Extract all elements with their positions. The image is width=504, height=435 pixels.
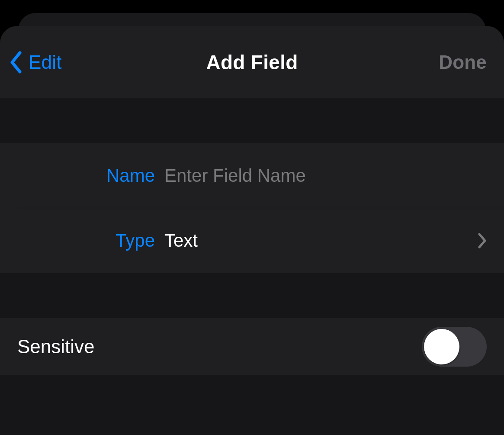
- chevron-right-icon: [478, 233, 487, 248]
- section-spacer: [0, 98, 504, 143]
- field-config-group: Name Type Text: [0, 143, 504, 273]
- section-spacer: [0, 273, 504, 318]
- page-title: Add Field: [0, 51, 504, 74]
- name-label: Name: [17, 165, 164, 186]
- type-label: Type: [17, 230, 164, 251]
- sensitive-row: Sensitive: [0, 318, 504, 375]
- toggle-knob: [424, 329, 459, 364]
- back-button[interactable]: Edit: [10, 51, 62, 74]
- navigation-bar: Edit Add Field Done: [0, 26, 504, 98]
- sensitive-label: Sensitive: [17, 336, 95, 358]
- chevron-left-icon: [10, 51, 22, 74]
- modal-sheet: Edit Add Field Done Name Type Text Sensi…: [0, 26, 504, 435]
- back-label: Edit: [29, 52, 62, 73]
- name-row[interactable]: Name: [0, 143, 504, 208]
- done-button[interactable]: Done: [439, 52, 487, 73]
- sensitive-toggle[interactable]: [422, 327, 487, 367]
- type-row[interactable]: Type Text: [0, 208, 504, 273]
- name-input[interactable]: [164, 165, 487, 186]
- type-value: Text: [164, 230, 478, 251]
